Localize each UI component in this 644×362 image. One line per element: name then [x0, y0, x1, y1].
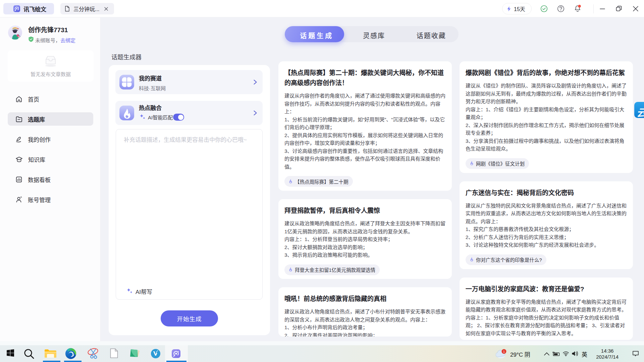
- svg-text:1: 1: [503, 350, 505, 353]
